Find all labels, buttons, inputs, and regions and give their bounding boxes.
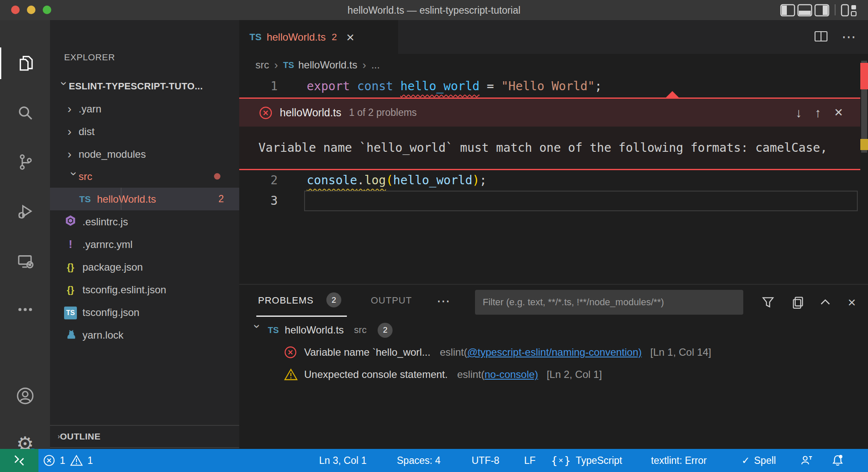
more-views-icon[interactable] <box>0 294 50 325</box>
line-number-2: 2 <box>239 170 278 191</box>
title-bar: helloWorld.ts — eslint-typescript-tutori… <box>0 0 868 20</box>
problems-count-badge: 2 <box>326 292 341 307</box>
remote-indicator[interactable] <box>0 449 38 472</box>
breadcrumb-separator: › <box>274 59 278 72</box>
workspace-root-row[interactable]: › ESLINT-TYPESCRIPT-TUTO... <box>50 75 239 97</box>
problems-file-group-row[interactable]: › TS helloWorld.ts src 2 <box>239 319 868 341</box>
explorer-title: EXPLORER <box>64 52 115 62</box>
status-cursor-position[interactable]: Ln 3, Col 1 <box>319 449 367 472</box>
toggle-secondary-sidebar-icon[interactable] <box>814 4 830 17</box>
keyword-const: const <box>357 76 400 97</box>
status-textlint[interactable]: textlint: Error <box>651 449 707 472</box>
file-name: helloWorld.ts <box>97 193 156 205</box>
spell-label: Spell <box>754 455 776 466</box>
source-control-icon[interactable] <box>0 146 50 178</box>
variable-hello-world: hello_world <box>400 76 479 97</box>
editor-more-actions-icon[interactable]: ⋯ <box>842 33 856 41</box>
breadcrumb-file[interactable]: helloWorld.ts <box>298 59 357 71</box>
problem-source: eslint( <box>440 346 467 358</box>
customize-layout-icon[interactable] <box>841 4 858 17</box>
toggle-panel-icon[interactable] <box>797 4 812 17</box>
code-line-1[interactable]: export const hello_world = "Hello World"… <box>307 76 602 97</box>
breadcrumb-dir[interactable]: src <box>255 59 269 71</box>
problem-rule-link[interactable]: @typescript-eslint/naming-convention) <box>467 346 642 358</box>
problem-row-warning[interactable]: Unexpected console statement. eslint( no… <box>239 363 868 386</box>
error-icon <box>284 345 297 359</box>
file-problems-count-badge: 2 <box>378 323 393 338</box>
filter-funnel-icon[interactable] <box>760 290 777 315</box>
filter-input[interactable] <box>475 290 743 315</box>
sidebar-item-yarnrc[interactable]: ! .yarnrc.yml <box>50 233 239 256</box>
tab-output[interactable]: OUTPUT <box>371 295 412 306</box>
peek-message[interactable]: Variable name `hello_world` must match o… <box>239 127 860 169</box>
semicolon: ; <box>595 76 602 97</box>
explorer-icon[interactable] <box>0 47 50 79</box>
status-indentation[interactable]: Spaces: 4 <box>397 449 440 472</box>
problem-message: Variable name `hello_worl... <box>304 346 431 358</box>
problem-rule-link[interactable]: no-console) <box>484 369 538 381</box>
chevron-right-icon: › <box>67 148 79 161</box>
section-label: OUTLINE <box>60 431 100 442</box>
keyword-export: export <box>307 76 357 97</box>
close-tab-icon[interactable]: × <box>346 30 355 44</box>
split-editor-icon[interactable] <box>813 30 829 45</box>
warning-icon <box>284 368 298 381</box>
file-path: src <box>354 324 367 336</box>
method-log: log <box>364 173 386 187</box>
status-feedback-icon[interactable] <box>800 449 813 472</box>
status-eol[interactable]: LF <box>524 449 536 472</box>
problem-location: [Ln 1, Col 14] <box>650 346 711 358</box>
file-problems-badge: 2 <box>218 193 224 205</box>
sidebar-item-node-modules-folder[interactable]: › node_modules <box>50 143 239 165</box>
next-problem-icon[interactable]: ↓ <box>795 106 802 120</box>
toggle-primary-sidebar-icon[interactable] <box>780 4 795 17</box>
view-as-table-icon[interactable] <box>789 290 806 315</box>
status-encoding[interactable]: UTF-8 <box>472 449 499 472</box>
breadcrumb-separator: › <box>363 59 367 72</box>
sidebar-item-yarn-folder[interactable]: › .yarn <box>50 97 239 120</box>
window-title: helloWorld.ts — eslint-typescript-tutori… <box>0 5 868 16</box>
peek-actions: ↓ ↑ ✕ <box>795 106 860 120</box>
language-status-x-icon: ✕ <box>558 457 563 464</box>
tab-problems[interactable]: PROBLEMS <box>258 295 314 306</box>
tab-helloworld[interactable]: TS helloWorld.ts 2 × <box>239 20 398 54</box>
notifications-bell-icon[interactable] <box>830 449 845 472</box>
sidebar-item-yarn-lock[interactable]: yarn.lock <box>50 324 239 346</box>
close-panel-icon[interactable]: × <box>843 290 860 315</box>
status-spell-checker[interactable]: ✓ Spell <box>742 449 776 472</box>
active-tab-underline <box>256 316 347 317</box>
status-problems[interactable]: 1 1 <box>43 449 93 472</box>
argument-hello-world: hello_world <box>393 170 472 191</box>
sidebar-item-package-json[interactable]: {} package.json <box>50 256 239 278</box>
remote-explorer-icon[interactable] <box>0 245 50 277</box>
breadcrumb: src › TS helloWorld.ts › ... <box>239 54 868 76</box>
problem-row-error[interactable]: Variable name `hello_worl... eslint( @ty… <box>239 341 868 363</box>
file-name: tsconfig.eslint.json <box>82 284 166 296</box>
tsconfig-file-icon: TS <box>62 306 79 319</box>
editor-scrollbar[interactable] <box>860 20 868 284</box>
sidebar-item-tsconfig[interactable]: TS tsconfig.json <box>50 301 239 324</box>
sidebar-item-src-folder[interactable]: › src <box>50 165 239 188</box>
breadcrumb-symbol[interactable]: ... <box>371 59 380 71</box>
outline-section[interactable]: › OUTLINE <box>50 425 239 447</box>
sidebar-item-dist-folder[interactable]: › dist <box>50 120 239 143</box>
sidebar-item-tsconfig-eslint[interactable]: {} tsconfig.eslint.json <box>50 278 239 301</box>
current-line-highlight[interactable] <box>304 191 858 211</box>
accounts-icon[interactable] <box>0 380 50 412</box>
close-peek-icon[interactable]: ✕ <box>834 106 843 119</box>
panel-more-tabs-icon[interactable]: ⋯ <box>437 298 451 304</box>
explorer-header: EXPLORER ⋯ <box>50 46 239 68</box>
folder-name: node_modules <box>79 148 146 160</box>
previous-problem-icon[interactable]: ↑ <box>815 106 821 120</box>
sidebar-item-eslintrc[interactable]: .eslintrc.js <box>50 210 239 233</box>
semicolon: ; <box>480 170 487 191</box>
operator-equals: = <box>480 76 501 97</box>
file-name: yarn.lock <box>82 329 123 341</box>
run-debug-icon[interactable] <box>0 195 50 227</box>
status-language-mode[interactable]: {✕} TypeScript <box>551 449 622 472</box>
file-name: helloWorld.ts <box>285 324 344 336</box>
sidebar-item-helloworld-file[interactable]: TS helloWorld.ts 2 <box>50 188 239 210</box>
search-icon[interactable] <box>0 97 50 129</box>
maximize-panel-icon[interactable] <box>817 290 834 315</box>
code-line-2[interactable]: console.log(hello_world); <box>307 170 487 191</box>
